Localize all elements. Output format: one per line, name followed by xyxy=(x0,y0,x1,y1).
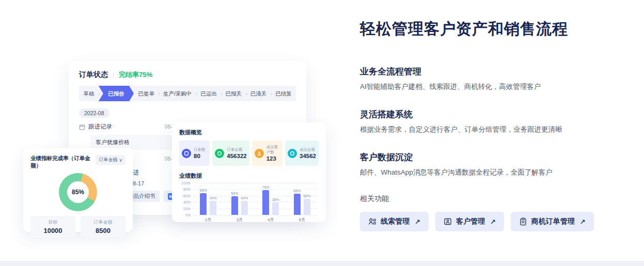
overview-stat-value: 456322 xyxy=(227,153,246,159)
chart-bar-wrap: 68% xyxy=(200,189,207,215)
overview-stat-label: 订单金额 xyxy=(227,147,246,152)
kpi-stat-label: 订单金额 xyxy=(81,219,125,226)
bottom-strip xyxy=(0,261,644,266)
chart-title: 业绩数据 xyxy=(179,172,319,180)
chart-y-tick: 20% xyxy=(179,207,191,210)
overview-stat-label: 成交客户数 xyxy=(266,145,280,155)
leads-management-button[interactable]: 线索管理↗ xyxy=(360,212,429,231)
deal-customer-icon xyxy=(255,149,264,158)
order-icon xyxy=(519,217,527,226)
chart-bar xyxy=(304,199,310,215)
chart-bars: 68%44%58%44%78%38%66%50% xyxy=(193,183,318,215)
chart-bar-value-label: 44% xyxy=(210,196,217,200)
chart-y-tick: 100% xyxy=(179,181,191,185)
chart-bar-wrap: 50% xyxy=(304,194,310,215)
chart-bar-wrap: 44% xyxy=(241,196,248,215)
chart-bar-wrap: 78% xyxy=(262,185,269,215)
overview-stat: 订单数80 xyxy=(179,140,210,166)
customer-management-button[interactable]: 客户管理↗ xyxy=(435,212,504,231)
chart-gridline xyxy=(193,215,318,215)
chart-bar-group: 78%38% xyxy=(262,185,279,215)
order-count-icon xyxy=(182,149,191,158)
kpi-stat-label: 目标 xyxy=(30,219,75,226)
order-steps: 草稿已报价已签单生产/采购中已运出已报关已清关已结算 xyxy=(79,86,296,101)
order-step[interactable]: 已结算 xyxy=(271,86,296,101)
data-overview-card: 数据概览 订单数80订单金额456322成交客户数123成交金额34562 业绩… xyxy=(172,122,326,222)
chart-bar-group: 66%50% xyxy=(294,189,310,215)
chart-bar xyxy=(210,201,216,215)
chart-bar-value-label: 66% xyxy=(293,189,301,193)
overview-stat-text: 订单金额456322 xyxy=(227,147,246,159)
feature-title: 客户数据沉淀 xyxy=(360,151,616,163)
related-features-label: 相关功能 xyxy=(360,194,616,204)
overview-stat: 成交金额34562 xyxy=(285,140,319,166)
chart-bar-value-label: 58% xyxy=(231,192,238,195)
feature-body: 根据业务需求，自定义进行客户、订单分组管理，业务跟进更清晰 xyxy=(360,125,616,134)
arrow-up-right-icon: ↗ xyxy=(490,218,496,226)
overview-stat-label: 成交金额 xyxy=(300,147,316,152)
kpi-title: 业绩指标完成率（订单金额） xyxy=(30,155,93,169)
chart-bar-value-label: 50% xyxy=(303,194,310,198)
chart-x-tick: 5月 xyxy=(299,217,305,223)
chart-bar-value-label: 68% xyxy=(200,189,207,192)
kpi-stats: 目标 10000 订单金额 8500 xyxy=(30,216,125,238)
feature-section-data: 客户数据沉淀 邮件、WhatsApp消息等客户沟通数据全程记录，全面了解客户 xyxy=(360,151,616,177)
chart-x-labels: 2月3月4月5月 xyxy=(193,217,318,223)
completion-rate: 完结率75% xyxy=(119,70,152,80)
customer-icon xyxy=(444,217,452,226)
chart-bar xyxy=(262,190,269,215)
order-step[interactable]: 已签单 xyxy=(134,86,159,101)
button-label: 客户管理 xyxy=(456,217,485,226)
order-management-button[interactable]: 商机订单管理↗ xyxy=(511,212,594,231)
kpi-stat-value: 10000 xyxy=(30,227,75,234)
overview-stat-text: 订单数80 xyxy=(194,147,206,159)
arrow-up-right-icon: ↗ xyxy=(580,218,586,226)
button-label: 商机订单管理 xyxy=(531,217,575,226)
order-step[interactable]: 草稿 xyxy=(79,86,99,101)
donut-center-label: 85% xyxy=(67,181,89,203)
order-step[interactable]: 已报关 xyxy=(221,86,246,101)
chart-bar-wrap: 38% xyxy=(272,198,279,215)
hero-section: 轻松管理客户资产和销售流程 业务全流程管理 AI智能辅助客户建档、线索跟进、商机… xyxy=(360,19,616,231)
chart-x-tick: 3月 xyxy=(237,217,243,223)
arrow-up-right-icon: ↗ xyxy=(415,218,420,226)
feature-section-flexible: 灵活搭建系统 根据业务需求，自定义进行客户、订单分组管理，业务跟进更清晰 xyxy=(360,108,616,134)
chart-bar xyxy=(272,202,279,215)
chart-bar-wrap: 44% xyxy=(210,196,216,215)
feature-title: 业务全流程管理 xyxy=(360,66,616,77)
order-step[interactable]: 已清关 xyxy=(246,86,271,101)
chart-bar-value-label: 44% xyxy=(241,196,248,200)
overview-stat: 成交客户数123 xyxy=(252,140,282,166)
order-step[interactable]: 生产/采购中 xyxy=(159,86,196,101)
kpi-header: 业绩指标完成率（订单金额） 订单金额 ∨ xyxy=(30,155,125,169)
chart-y-tick: 80% xyxy=(179,187,191,191)
kpi-stat-value: 8500 xyxy=(81,227,125,234)
feature-body: 邮件、WhatsApp消息等客户沟通数据全程记录，全面了解客户 xyxy=(360,168,616,177)
order-card-header: 订单状态 完结率75% xyxy=(79,70,296,80)
overview-stat-label: 订单数 xyxy=(194,147,206,152)
chart-bar-wrap: 58% xyxy=(231,192,238,215)
kpi-dropdown[interactable]: 订单金额 ∨ xyxy=(96,155,125,165)
order-step[interactable]: 已运出 xyxy=(196,86,221,101)
leads-icon xyxy=(368,217,376,226)
chart-x-tick: 4月 xyxy=(268,217,274,223)
overview-stat-text: 成交客户数123 xyxy=(266,145,280,162)
overview-stat-text: 成交金额34562 xyxy=(300,147,316,159)
feature-title: 灵活搭建系统 xyxy=(360,108,616,120)
chart-bar xyxy=(200,193,207,215)
page: 订单状态 完结率75% 草稿已报价已签单生产/采购中已运出已报关已清关已结算 2… xyxy=(0,0,644,266)
order-step[interactable]: 已报价 xyxy=(99,86,134,101)
performance-bar-chart: 100%80%60%40%20%0% 68%44%58%44%78%38%66%… xyxy=(179,183,319,224)
chart-bar xyxy=(294,194,301,215)
overview-stat-value: 34562 xyxy=(300,153,316,159)
chart-bar-group: 58%44% xyxy=(231,192,248,215)
chart-bar-value-label: 78% xyxy=(262,185,270,189)
chart-y-tick: 40% xyxy=(179,200,191,204)
overview-stat-value: 80 xyxy=(194,153,206,159)
chart-y-tick: 60% xyxy=(179,194,191,197)
feature-section-process: 业务全流程管理 AI智能辅助客户建档、线索跟进、商机转化，高效管理客户 xyxy=(360,66,616,91)
chart-bar-value-label: 38% xyxy=(272,198,279,201)
chart-bar xyxy=(241,201,248,215)
divider xyxy=(113,72,114,79)
kpi-donut-card: 业绩指标完成率（订单金额） 订单金额 ∨ 85% 目标 10000 订单金额 8… xyxy=(23,148,133,232)
